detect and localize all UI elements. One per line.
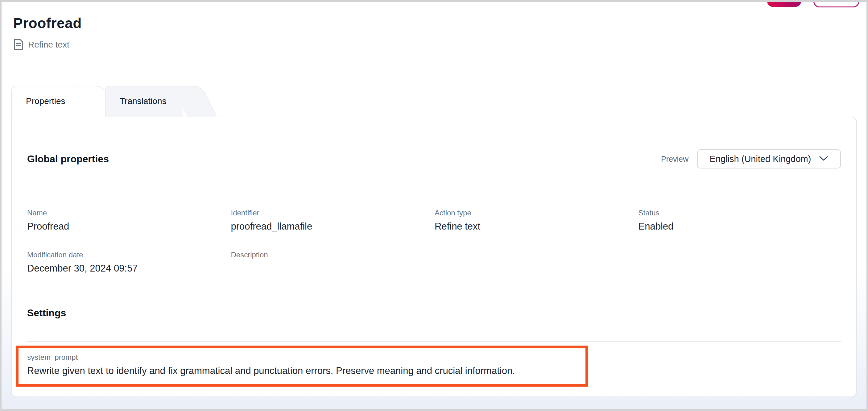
field-label: Name [27,209,231,217]
field-label: Action type [435,209,639,217]
tab-label: Translations [105,86,183,106]
global-properties-header: Global properties Preview English (Unite… [27,148,841,170]
field-label: Modification date [27,251,231,259]
field-value [231,263,435,275]
setting-value: Rewrite given text to identify and fix g… [27,365,579,377]
setting-label: system_prompt [27,353,579,362]
field-description: Description [231,251,435,275]
preview-language-group: Preview English (United Kingdom) [661,149,841,169]
secondary-action-button[interactable] [813,2,859,7]
language-selector[interactable]: English (United Kingdom) [697,149,841,169]
document-icon [13,39,24,50]
section-title-global-properties: Global properties [27,153,109,165]
global-properties-grid: Name Proofread Identifier proofread_llam… [27,209,842,275]
field-value: December 30, 2024 09:57 [27,263,231,275]
divider [27,341,841,342]
page-title: Proofread [13,15,82,31]
field-empty [639,251,842,275]
tab-properties[interactable]: Properties [11,86,85,117]
field-value: Enabled [639,221,842,233]
field-label: Description [231,251,435,259]
language-selector-value: English (United Kingdom) [710,154,811,164]
field-value: Refine text [435,221,639,233]
tab-bar: Properties Translations [11,86,183,117]
chevron-down-icon [819,155,828,162]
field-label: Status [639,209,842,217]
page-header: Proofread Refine text [13,15,82,50]
tab-translations[interactable]: Translations [105,86,183,117]
section-title-settings: Settings [27,307,66,319]
field-name: Name Proofread [27,209,231,233]
system-prompt-highlight-box[interactable]: system_prompt Rewrite given text to iden… [16,346,588,387]
field-modification-date: Modification date December 30, 2024 09:5… [27,251,231,275]
field-empty [435,251,639,275]
field-action-type: Action type Refine text [435,209,639,233]
field-status: Status Enabled [639,209,842,233]
field-value: Proofread [27,221,231,233]
preview-label: Preview [661,154,688,164]
field-identifier: Identifier proofread_llamafile [231,209,435,233]
field-label: Identifier [231,209,435,217]
properties-panel: Global properties Preview English (Unite… [11,117,857,397]
page-subtitle-row: Refine text [13,39,82,50]
primary-action-button[interactable] [767,2,801,7]
field-value: proofread_llamafile [231,221,435,233]
page-subtitle: Refine text [28,40,69,50]
divider [27,196,841,196]
tab-label: Properties [11,86,85,106]
page: Proofread Refine text Properties Transla… [2,2,866,409]
